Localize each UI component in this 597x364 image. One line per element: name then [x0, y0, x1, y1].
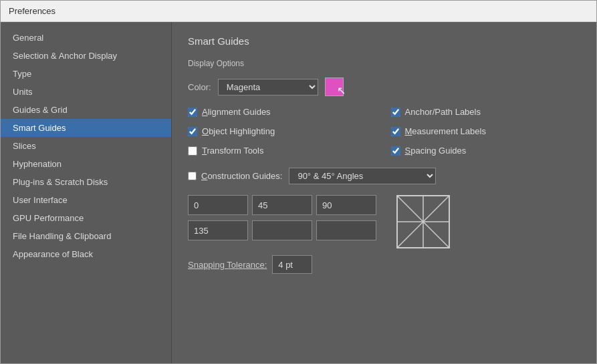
- sidebar-item-slices[interactable]: Slices: [1, 137, 171, 155]
- angle-input-45[interactable]: [252, 195, 312, 215]
- angle-input-90[interactable]: [316, 195, 376, 215]
- sidebar-item-file-handling-clipboard[interactable]: File Handling & Clipboard: [1, 227, 171, 245]
- checkbox-object-highlighting-label: Object Highlighting: [202, 126, 275, 136]
- inputs-grid: [188, 195, 376, 242]
- title-bar: Preferences: [1, 1, 596, 22]
- angle-input-0[interactable]: [188, 195, 248, 215]
- checkbox-anchor-path-labels-label: Anchor/Path Labels: [405, 107, 481, 117]
- angle-select[interactable]: 90° & 45° Angles 45° Angles 90° Angles C…: [289, 168, 436, 184]
- color-swatch[interactable]: ↖: [325, 77, 344, 96]
- panel-title: Smart Guides: [188, 35, 580, 47]
- checkbox-spacing-guides-label: Spacing Guides: [405, 146, 467, 156]
- sidebar-item-general[interactable]: General: [1, 29, 171, 47]
- checkbox-anchor-path-labels[interactable]: Anchor/Path Labels: [391, 107, 581, 117]
- color-select[interactable]: Magenta Cyan Green Yellow Red Blue Custo…: [218, 79, 318, 96]
- sidebar-item-smart-guides[interactable]: Smart Guides: [1, 119, 171, 137]
- main-content: GeneralSelection & Anchor DisplayTypeUni…: [1, 22, 596, 363]
- sidebar-item-user-interface[interactable]: User Interface: [1, 191, 171, 209]
- snapping-row: Snapping Tolerance:: [188, 255, 580, 274]
- snapping-label: Snapping Tolerance:: [188, 260, 267, 270]
- window-title: Preferences: [9, 6, 55, 16]
- sidebar-item-type[interactable]: Type: [1, 65, 171, 83]
- sidebar-item-units[interactable]: Units: [1, 83, 171, 101]
- cursor-icon: ↖: [337, 84, 346, 97]
- checkbox-measurement-labels-label: Measurement Labels: [405, 126, 486, 136]
- checkbox-spacing-guides[interactable]: Spacing Guides: [391, 146, 581, 156]
- sidebar-item-selection-anchor-display[interactable]: Selection & Anchor Display: [1, 47, 171, 65]
- sidebar-item-gpu-performance[interactable]: GPU Performance: [1, 209, 171, 227]
- checkbox-anchor-path-labels-input[interactable]: [391, 108, 400, 117]
- main-panel: Smart Guides Display Options Color: Mage…: [171, 22, 596, 363]
- checkbox-object-highlighting-input[interactable]: [188, 127, 197, 136]
- checkbox-transform-tools-input[interactable]: [188, 146, 197, 156]
- checkbox-alignment-guides-input[interactable]: [188, 108, 197, 117]
- display-options-label: Display Options: [188, 59, 580, 68]
- construction-row: Construction Guides: 90° & 45° Angles 45…: [188, 168, 580, 184]
- checkbox-measurement-labels-input[interactable]: [391, 127, 400, 136]
- checkbox-measurement-labels[interactable]: Measurement Labels: [391, 126, 581, 136]
- checkboxes-grid: Alignment Guides Anchor/Path Labels Obje…: [188, 107, 580, 156]
- checkbox-spacing-guides-input[interactable]: [391, 146, 400, 156]
- color-label: Color:: [188, 82, 211, 92]
- angle-input-empty1[interactable]: [252, 220, 312, 240]
- angle-diagram-svg: [398, 196, 449, 247]
- checkbox-construction-guides-input[interactable]: [188, 172, 197, 180]
- sidebar-item-guides-grid[interactable]: Guides & Grid: [1, 101, 171, 119]
- angle-diagram: [396, 195, 450, 248]
- checkbox-transform-tools[interactable]: Transform Tools: [188, 146, 378, 156]
- color-row: Color: Magenta Cyan Green Yellow Red Blu…: [188, 77, 580, 96]
- preferences-window: Preferences GeneralSelection & Anchor Di…: [0, 0, 597, 364]
- sidebar-item-hyphenation[interactable]: Hyphenation: [1, 155, 171, 173]
- checkbox-transform-tools-label: Transform Tools: [202, 146, 263, 156]
- sidebar-item-plugins-scratch-disks[interactable]: Plug-ins & Scratch Disks: [1, 173, 171, 191]
- sidebar: GeneralSelection & Anchor DisplayTypeUni…: [1, 22, 171, 363]
- angle-input-135[interactable]: [188, 220, 248, 240]
- checkbox-object-highlighting[interactable]: Object Highlighting: [188, 126, 378, 136]
- sidebar-item-appearance-of-black[interactable]: Appearance of Black: [1, 245, 171, 263]
- construction-label: Construction Guides:: [188, 171, 282, 181]
- angles-inputs-row: [188, 195, 580, 248]
- snapping-input[interactable]: [272, 255, 312, 274]
- checkbox-alignment-guides[interactable]: Alignment Guides: [188, 107, 378, 117]
- angle-input-empty2[interactable]: [316, 220, 376, 240]
- checkbox-construction-guides-label: Construction Guides:: [201, 171, 282, 181]
- checkbox-alignment-guides-label: Alignment Guides: [202, 107, 271, 117]
